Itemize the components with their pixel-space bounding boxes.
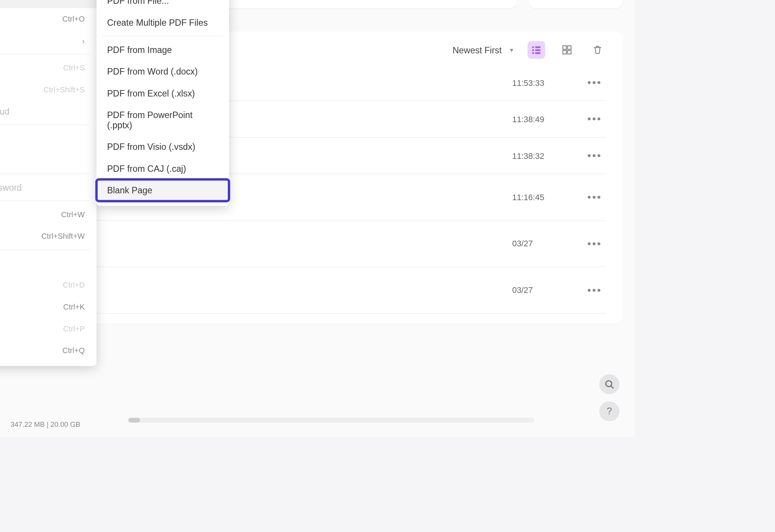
more-icon[interactable]: ••• — [583, 237, 606, 250]
menu-item[interactable]: Open Recent› — [0, 30, 96, 52]
file-menu-dropdown: New TabCtrl+TNew WindowCtrl+NCreate›Open… — [0, 0, 96, 366]
svg-rect-12 — [535, 49, 540, 51]
help-button[interactable]: ? — [599, 401, 619, 422]
menu-item[interactable]: Close WindowCtrl+Shift+W — [0, 225, 96, 247]
menu-item[interactable]: Close TabCtrl+W — [0, 204, 96, 226]
submenu-item[interactable]: PDF from Image — [96, 39, 229, 61]
svg-rect-13 — [532, 52, 534, 54]
file-time: 11:53:33 — [512, 78, 583, 87]
submenu-item[interactable]: PDF from Excel (.xlsx) — [96, 82, 229, 104]
submenu-item[interactable]: PDF from Word (.docx) — [96, 61, 229, 82]
chevron-right-icon: › — [82, 0, 85, 2]
svg-rect-9 — [532, 46, 534, 48]
sort-dropdown[interactable]: Newest First ▼ — [453, 45, 515, 55]
triangle-down-icon: ▼ — [509, 47, 514, 53]
menu-item: SaveCtrl+S — [0, 57, 96, 79]
shortcut: Ctrl+Shift+W — [41, 232, 85, 241]
submenu-item[interactable]: PDF from Visio (.vsdx) — [96, 136, 229, 158]
menu-item: Properties...Ctrl+D — [0, 274, 96, 296]
menu-item[interactable]: Quit UPDFCtrl+Q — [0, 339, 96, 361]
more-icon[interactable]: ••• — [583, 284, 606, 296]
separator — [0, 54, 89, 55]
shortcut: Ctrl+Q — [62, 346, 85, 355]
batch-card[interactable]: Batch — [529, 0, 623, 8]
file-time: 11:38:32 — [512, 151, 583, 160]
svg-rect-14 — [535, 52, 540, 54]
separator — [0, 174, 89, 174]
menu-item[interactable]: Preferences...Ctrl+K — [0, 296, 96, 318]
submenu-item[interactable]: PDF from PowerPoint (.pptx) — [96, 104, 229, 136]
grid-view-button[interactable] — [558, 41, 576, 59]
shortcut: Ctrl+Shift+S — [44, 85, 85, 94]
svg-line-20 — [611, 386, 613, 388]
horizontal-scrollbar[interactable] — [128, 418, 535, 422]
menu-label: Protect Using Password — [0, 182, 22, 192]
file-row[interactable]: 72/1 | 164.25 KB03/27••• — [21, 221, 607, 267]
file-row[interactable]: 312/1 | 163.65 KB03/27••• — [21, 267, 607, 314]
search-button[interactable] — [599, 374, 619, 394]
shortcut: Ctrl+O — [62, 14, 85, 23]
shortcut: Ctrl+K — [63, 302, 85, 311]
menu-item: Save As...Ctrl+Shift+S — [0, 79, 96, 101]
more-icon[interactable]: ••• — [583, 191, 606, 203]
list-view-button[interactable] — [528, 41, 545, 59]
menu-item: Show in Folder — [0, 252, 96, 274]
menu-label: Save to UPDF Cloud — [0, 106, 9, 116]
svg-rect-17 — [563, 50, 566, 54]
more-icon[interactable]: ••• — [583, 113, 606, 125]
separator — [0, 249, 89, 250]
create-submenu: PDF from File...Create Multiple PDF File… — [96, 0, 229, 206]
menu-item: Save to UPDF Cloud — [0, 101, 96, 123]
svg-rect-15 — [563, 46, 566, 49]
separator — [103, 36, 223, 36]
submenu-item[interactable]: PDF from File... — [96, 0, 229, 12]
submenu-item[interactable]: Blank Page — [96, 179, 229, 201]
menu-item: Print...Ctrl+P — [0, 318, 96, 340]
menu-item: Protect Using Password — [0, 176, 96, 198]
menu-item: Save as Other — [0, 128, 96, 149]
file-time: 11:16:45 — [512, 192, 583, 202]
svg-point-19 — [606, 381, 612, 387]
menu-item: Export To — [0, 149, 96, 171]
submenu-item[interactable]: Create Multiple PDF Files — [96, 12, 229, 34]
file-time: 11:38:49 — [512, 114, 583, 124]
storage-indicator: 347.22 MB | 20.00 GB — [11, 420, 80, 428]
chevron-right-icon: › — [82, 36, 85, 45]
svg-rect-18 — [568, 50, 571, 54]
file-time: 03/27 — [512, 239, 583, 248]
svg-rect-16 — [568, 46, 571, 49]
menu-item[interactable]: Open...Ctrl+O — [0, 8, 96, 30]
delete-button[interactable] — [589, 41, 607, 59]
shortcut: Ctrl+S — [63, 64, 85, 72]
svg-rect-11 — [532, 49, 534, 51]
more-icon[interactable]: ••• — [583, 76, 606, 89]
separator — [0, 124, 89, 125]
svg-rect-10 — [535, 46, 540, 48]
file-time: 03/27 — [512, 285, 583, 295]
submenu-item[interactable]: PDF from CAJ (.caj) — [96, 157, 229, 179]
more-icon[interactable]: ••• — [583, 149, 606, 162]
separator — [0, 201, 89, 201]
shortcut: Ctrl+W — [61, 210, 84, 219]
shortcut: Ctrl+D — [63, 281, 85, 289]
shortcut: Ctrl+P — [63, 324, 85, 333]
menu-item[interactable]: Create› — [0, 0, 96, 8]
